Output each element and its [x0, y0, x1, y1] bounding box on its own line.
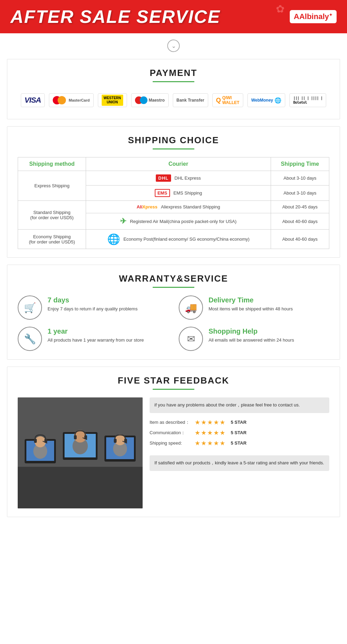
rating-row-item: Item as described： ★ ★ ★ ★ ★ 5 STAR	[150, 419, 329, 426]
tools-icon: 🔧	[18, 327, 42, 351]
svg-rect-17	[74, 435, 77, 439]
svg-rect-14	[34, 439, 37, 443]
page-header: AFTER SALE SERVICE ✿ AAlbinaly✦	[0, 0, 347, 33]
time-ali: About 20-45 days	[271, 201, 329, 213]
header-decor: ✿	[276, 3, 285, 15]
time-cnpost: About 40-60 days	[271, 213, 329, 230]
col-time: Shipping Time	[271, 157, 329, 171]
time-ems: About 3-10 days	[271, 186, 329, 201]
method-express: Express Shipping	[18, 171, 86, 201]
rating-label-comm: Communication：	[150, 430, 191, 436]
time-economy: About 40-60 days	[271, 230, 329, 249]
feedback-underline	[153, 389, 194, 390]
warranty-1year-headline: 1 year	[48, 327, 144, 335]
feedback-image	[18, 397, 143, 508]
payment-section: PAYMENT VISA MasterCard WESTERNUNION Mae…	[7, 59, 340, 119]
bank-transfer-logo: Bank Transfer	[173, 93, 208, 107]
warranty-item-delivery: 🚚 Delivery Time Most items will be shipp…	[179, 295, 329, 320]
feedback-footer: If satisfied with our products，kindly le…	[150, 455, 329, 471]
rating-label-item: Item as described：	[150, 419, 191, 426]
warranty-section: WARRANTY&SERVICE 🛒 7 days Enjoy 7 days t…	[7, 265, 340, 360]
table-row: Economy Shipping(for order under USD5) 🌐…	[18, 230, 329, 249]
feedback-title: FIVE STAR FEEDBACK	[18, 375, 329, 386]
stars-ship: ★ ★ ★ ★ ★	[195, 439, 225, 447]
feedback-right: if you have any problems about the order…	[150, 397, 329, 508]
webmoney-logo: WebMoney 🌐	[247, 93, 285, 107]
shipping-underline	[153, 148, 194, 149]
warranty-delivery-desc: Most items will be shipped within 48 hou…	[209, 306, 293, 312]
courier-economy: 🌐 Economy Post(finland economy/ SG econo…	[86, 230, 271, 249]
star-badge-item: 5 STAR	[231, 420, 246, 425]
mastercard-logo: MasterCard	[49, 93, 94, 107]
col-courier: Courier	[86, 157, 271, 171]
qiwi-logo: Q QIWIWALLET	[212, 93, 243, 107]
svg-rect-1	[18, 467, 143, 508]
courier-ali: AliXpress Aliexpress Standard Shipping	[86, 201, 271, 213]
shipping-title: SHIPPING CHOICE	[18, 135, 329, 146]
chevron-down-icon: ⌄	[167, 40, 180, 52]
payment-title: PAYMENT	[18, 68, 329, 78]
header-title: AFTER SALE SERVICE	[10, 6, 220, 27]
truck-icon: 🚚	[179, 295, 203, 320]
svg-rect-20	[114, 439, 117, 443]
method-economy: Economy Shipping(for order under USD5)	[18, 230, 86, 249]
maestro-logo: Maestro	[131, 93, 169, 107]
shipping-section: SHIPPING CHOICE Shipping method Courier …	[7, 126, 340, 258]
western-union-logo: WESTERNUNION	[98, 93, 127, 107]
courier-ems: EMS EMS Shipping	[86, 186, 271, 201]
feedback-ratings: Item as described： ★ ★ ★ ★ ★ 5 STAR Comm…	[150, 417, 329, 451]
warranty-item-1year: 🔧 1 year All products have 1 year warran…	[18, 327, 168, 351]
shipping-table: Shipping method Courier Shipping Time Ex…	[18, 157, 329, 249]
warranty-help-desc: All emails will be answered within 24 ho…	[209, 337, 294, 344]
feedback-section: FIVE STAR FEEDBACK	[7, 367, 340, 517]
payment-logos: VISA MasterCard WESTERNUNION Maestro Ban…	[18, 90, 329, 111]
time-dhl: About 3-10 days	[271, 171, 329, 186]
feedback-content: if you have any problems about the order…	[18, 397, 329, 508]
star-badge-ship: 5 STAR	[231, 440, 246, 446]
warranty-item-help: ✉ Shopping Help All emails will be answe…	[179, 327, 329, 351]
payment-underline	[153, 81, 194, 82]
chevron-row: ⌄	[0, 33, 347, 55]
star-badge-comm: 5 STAR	[231, 430, 246, 435]
method-standard: Standard Shipping(for order over USD5)	[18, 201, 86, 230]
table-row: Express Shipping DHL DHL Express About 3…	[18, 171, 329, 186]
warranty-7days-headline: 7 days	[48, 296, 137, 304]
rating-label-ship: Shipping speed:	[150, 440, 191, 446]
warranty-7days-desc: Enjoy 7 days to return if any quality pr…	[48, 306, 137, 312]
feedback-message: if you have any problems about the order…	[150, 397, 329, 413]
stars-item: ★ ★ ★ ★ ★	[195, 419, 225, 426]
rating-row-ship: Shipping speed: ★ ★ ★ ★ ★ 5 STAR	[150, 439, 329, 447]
table-row: Standard Shipping(for order over USD5) A…	[18, 201, 329, 213]
warranty-title: WARRANTY&SERVICE	[18, 273, 329, 284]
visa-logo: VISA	[21, 93, 45, 107]
courier-dhl: DHL DHL Express	[86, 171, 271, 186]
rating-row-comm: Communication： ★ ★ ★ ★ ★ 5 STAR	[150, 429, 329, 437]
col-method: Shipping method	[18, 157, 86, 171]
stars-comm: ★ ★ ★ ★ ★	[195, 429, 225, 437]
warranty-delivery-headline: Delivery Time	[209, 296, 293, 304]
warranty-underline	[153, 287, 194, 288]
mail-icon: ✉	[179, 327, 203, 351]
warranty-help-headline: Shopping Help	[209, 327, 294, 335]
boleto-logo: ||| || | |||| |Boletol	[289, 93, 326, 107]
courier-cnpost: ✈ Registered Air Mail(china post/e packe…	[86, 213, 271, 230]
warranty-item-7days: 🛒 7 days Enjoy 7 days to return if any q…	[18, 295, 168, 320]
header-logo: AAlbinaly✦	[290, 10, 337, 23]
warranty-1year-desc: All products have 1 year warranty from o…	[48, 337, 144, 344]
warranty-grid: 🛒 7 days Enjoy 7 days to return if any q…	[18, 295, 329, 351]
cart-icon: 🛒	[18, 295, 42, 320]
